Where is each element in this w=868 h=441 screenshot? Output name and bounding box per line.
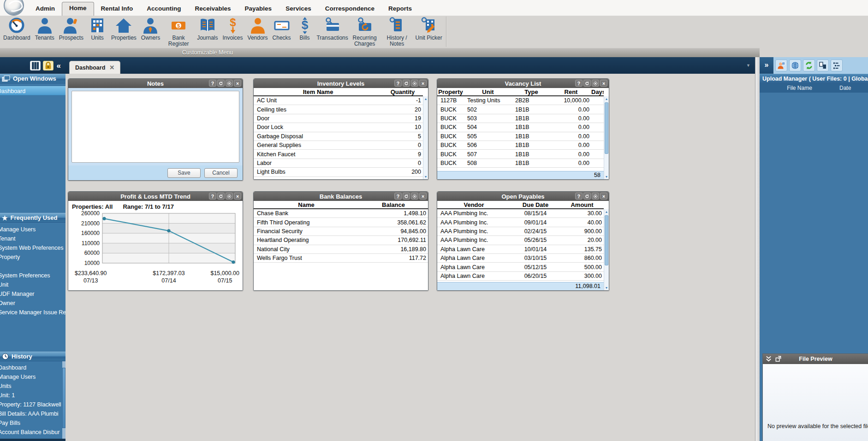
list-item[interactable]: Pay Bills <box>0 418 65 428</box>
widget-settings-button[interactable] <box>411 193 418 200</box>
scroll-up-icon[interactable]: ▲ <box>423 96 428 101</box>
table-row[interactable]: Labor0 <box>254 159 423 168</box>
toolbar-item-prospects[interactable]: Prospects <box>57 16 86 41</box>
list-item[interactable]: Invoice Details: <box>0 437 65 441</box>
menu-item-admin[interactable]: Admin <box>29 3 62 16</box>
column-header[interactable]: Days Vacant <box>591 88 604 95</box>
toolbar-item-bills[interactable]: $Bills <box>293 16 316 41</box>
widget-settings-button[interactable] <box>592 80 599 87</box>
toolbar-item-invoices[interactable]: $Invoices <box>220 16 245 41</box>
list-item[interactable]: Manage Users <box>0 372 65 382</box>
column-header[interactable]: Property <box>437 88 464 95</box>
toolbar-item-bank-register[interactable]: $Bank Register <box>162 16 195 47</box>
list-item[interactable]: Owner <box>0 299 65 308</box>
table-row[interactable]: Financial Security94,845.00 <box>254 227 428 236</box>
table-row[interactable]: Light Bulbs200 <box>254 168 423 176</box>
toolbar-item-tenants[interactable]: Tenants <box>33 16 57 41</box>
scroll-up-icon[interactable]: ▲ <box>604 96 609 101</box>
column-header[interactable]: Vendor <box>437 201 511 208</box>
file-name-column-header[interactable]: File Name <box>760 84 839 93</box>
payables-scrollbar[interactable]: ▲ ▼ <box>604 209 609 290</box>
file-details-button[interactable] <box>831 59 843 71</box>
column-header[interactable]: Item Name <box>254 88 382 95</box>
table-row[interactable]: Heartland Operating170,692.11 <box>254 236 428 245</box>
bank-widget-header[interactable]: Bank Balances ?× <box>254 192 428 201</box>
widget-help-button[interactable]: ? <box>209 193 216 200</box>
vacancy-scrollbar[interactable]: ▲ ▼ <box>604 96 609 179</box>
file-list[interactable] <box>760 93 868 353</box>
menu-item-accounting[interactable]: Accounting <box>140 3 188 16</box>
table-row[interactable]: Ceiling tiles20 <box>254 105 423 114</box>
tab-dashboard[interactable]: Dashboard ✕ <box>69 61 120 74</box>
table-row[interactable]: BUCK5041B1B0.00 <box>437 123 604 132</box>
table-row[interactable]: Alpha Lawn Care06/20/15300.00 <box>437 272 604 281</box>
toolbar-item-journals[interactable]: Journals <box>195 16 220 41</box>
user-files-button[interactable] <box>775 59 787 71</box>
notes-widget-header[interactable]: Notes ?× <box>68 79 243 88</box>
list-item[interactable]: Unit <box>0 280 65 289</box>
vacancy-widget-header[interactable]: Vacancy List ?× <box>437 79 609 88</box>
menu-item-home[interactable]: Home <box>62 2 94 16</box>
column-header[interactable]: Unit <box>464 88 512 95</box>
column-header[interactable]: Quantity <box>382 88 423 95</box>
widget-help-button[interactable]: ? <box>394 193 402 200</box>
list-item[interactable]: System Preferences <box>0 271 65 280</box>
save-button[interactable]: Save <box>167 168 201 178</box>
chevrons-down-icon[interactable] <box>765 355 772 362</box>
table-row[interactable]: BUCK5081B1B0.00 <box>437 159 604 168</box>
table-row[interactable]: Alpha Lawn Care05/12/15500.00 <box>437 263 604 271</box>
profit-loss-widget-header[interactable]: Profit & Loss MTD Trend ?× <box>68 192 243 201</box>
list-item[interactable]: Tenant <box>0 234 65 243</box>
table-row[interactable]: Fifth Third Operating358,061.62 <box>254 218 428 227</box>
list-item[interactable]: Dashboard <box>0 363 65 372</box>
refresh-files-button[interactable] <box>803 59 815 71</box>
widget-close-button[interactable]: × <box>419 193 427 200</box>
table-row[interactable]: BUCK5061B1B0.00 <box>437 141 604 150</box>
list-item[interactable]: Units <box>0 382 65 391</box>
table-row[interactable]: AAA Plumbing Inc.02/24/15900.00 <box>437 227 604 236</box>
list-item[interactable]: Unit: 1 <box>0 391 65 400</box>
open-windows-header[interactable]: Open Windows <box>0 74 65 83</box>
table-row[interactable]: BUCK5031B1B0.00 <box>437 114 604 123</box>
widget-refresh-button[interactable] <box>217 80 225 87</box>
vacancy-scrollbar-thumb[interactable] <box>605 102 608 154</box>
widget-close-button[interactable]: × <box>600 193 607 200</box>
toolbar-item-properties[interactable]: Properties <box>109 16 139 41</box>
history-scrollbar[interactable] <box>62 361 65 439</box>
table-row[interactable]: Door19 <box>254 114 423 123</box>
widget-close-button[interactable]: × <box>600 80 607 87</box>
notes-input[interactable] <box>71 91 239 163</box>
widget-help-button[interactable]: ? <box>394 80 402 87</box>
table-row[interactable]: AAA Plumbing Inc.09/01/1440.00 <box>437 218 604 227</box>
table-row[interactable]: Wells Fargo Trust117.72 <box>254 254 428 263</box>
lock-button[interactable] <box>43 61 54 71</box>
widget-settings-button[interactable] <box>592 193 599 200</box>
panel-splitter[interactable] <box>755 57 760 441</box>
table-row[interactable]: AAA Plumbing Inc.08/15/1430.00 <box>437 209 604 218</box>
payables-widget-header[interactable]: Open Payables ?× <box>437 192 609 201</box>
menu-item-reports[interactable]: Reports <box>381 3 419 16</box>
table-row[interactable]: BUCK5071B1B0.00 <box>437 150 604 159</box>
list-item[interactable]: Bill Details: AAA Plumbi <box>0 409 65 418</box>
toolbar-item-checks[interactable]: Checks <box>270 16 293 41</box>
app-logo-icon[interactable] <box>4 0 24 16</box>
table-row[interactable]: National City16,189.80 <box>254 245 428 254</box>
columns-view-button[interactable] <box>30 61 41 71</box>
inventory-scrollbar[interactable]: ▲ ▼ <box>423 96 428 179</box>
widget-settings-button[interactable] <box>411 80 418 87</box>
toolbar-item-units[interactable]: Units <box>86 16 109 41</box>
table-row[interactable]: General Supplies0 <box>254 141 423 150</box>
panel-expand-button[interactable]: » <box>760 57 773 74</box>
toolbar-item-dashboard[interactable]: Dashboard <box>1 16 33 41</box>
widget-close-button[interactable]: × <box>419 80 427 87</box>
widget-refresh-button[interactable] <box>583 80 591 87</box>
column-header[interactable]: Amount <box>560 201 604 208</box>
tab-close-icon[interactable]: ✕ <box>109 65 114 71</box>
widget-close-button[interactable]: × <box>234 193 241 200</box>
column-header[interactable]: Rent <box>551 88 591 95</box>
table-row[interactable]: AC Unit-1 <box>254 96 423 105</box>
table-row[interactable]: Chase Bank1,498.10 <box>254 209 428 218</box>
column-header[interactable]: Type <box>512 88 551 95</box>
widget-refresh-button[interactable] <box>217 193 225 200</box>
list-item[interactable]: UDF Manager <box>0 289 65 299</box>
